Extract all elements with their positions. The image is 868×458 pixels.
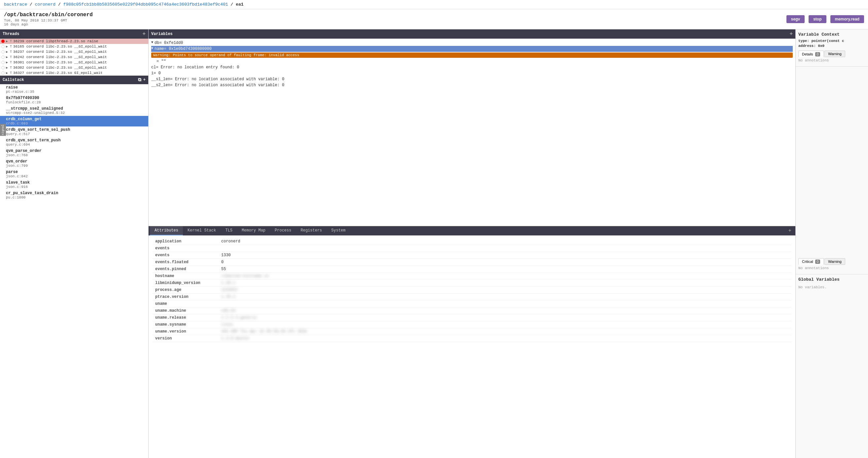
thread-row[interactable]: ▶ T 36239 coronerd libpthread-2.23.so ra… [0,39,148,44]
attr-key: ptrace.version [153,294,219,301]
breadcrumb-sep2: / [58,2,63,7]
thread-text: 36302 coronerd libc-2.23.so __GI_epoll_w… [13,66,107,70]
thread-indicator [1,40,5,43]
thread-row[interactable]: ▶ T 36242 coronerd libc-2.23.so __GI_epo… [0,55,148,60]
attr-value: 1.2.3.4-generic [219,314,792,321]
callstack-label: Callstack [3,78,24,82]
stack-fn-name: crdb_column_get [6,117,146,122]
breadcrumb-backtrace[interactable]: backtrace [4,2,27,7]
stack-item[interactable]: crdb_column_getcrdb.c:693 [0,116,148,126]
var-expand-icon[interactable]: ▼ [151,41,153,44]
stack-location: pt-raise.c:35 [6,90,146,94]
var-value: = 0x1e0bd74300800000 [164,47,212,51]
variable-context-section: Variable Context type: pointer(const c a… [796,29,868,67]
type-field: type: pointer(const c [798,39,865,43]
tab-memory-map[interactable]: Memory Map [237,226,270,236]
stack-fn-name: crdb_qvm_sort_term_push [6,138,146,143]
thread-row[interactable]: ▶ T 36302 coronerd libc-2.23.so __GI_epo… [0,65,148,70]
breadcrumb-sep1: / [30,2,35,7]
breadcrumb-current: ea1 [236,2,243,7]
no-annotations-1: No annotations [798,57,865,64]
stack-location: crdb.c:693 [6,122,146,125]
critical-tabs: Critical 0 Warning [798,258,865,265]
tab-add-button[interactable]: + [785,226,794,235]
context-tabs: Details 0 Warning [798,51,865,57]
tab-tls[interactable]: TLS [221,226,237,236]
variables-panel: Variables + ▼db = 0xfe1dd0▼name = 0x1e0b… [149,29,795,226]
stack-item[interactable]: __strcmpp_sse2_unalignedstrcmpp-sse2-una… [0,105,148,116]
critical-tab[interactable]: Critical 0 [798,258,824,265]
attr-value: 1330 [219,252,792,259]
stack-item[interactable]: qvm_parse_orderjson.c:768 [0,148,148,158]
stop-button[interactable]: stop [809,15,826,23]
thread-row[interactable]: ▶ T 36237 coronerd libc-2.23.so __GI_epo… [0,49,148,55]
global-variables-title: Global Variables [798,277,865,282]
callstack-add-button[interactable]: + [143,78,146,82]
warning-tab-2[interactable]: Warning [825,258,845,265]
stack-item[interactable]: crdb_qvm_sort_term_sel_pushquery.c:517 [0,126,148,137]
callstack-copy-button[interactable]: ⧉ [138,77,141,83]
thread-row[interactable]: ▶ T 36301 coronerd libc-2.23.so __GI_epo… [0,60,148,65]
segv-button[interactable]: segv [786,15,805,23]
var-expand-icon[interactable]: ▼ [151,47,153,50]
thread-arrow: ▶ T [6,60,12,64]
attr-row: events [153,245,792,252]
stack-location: strcmpp-sse2-unaligned.S:32 [6,111,146,115]
callstack-header: Callstack ⧉ + [0,75,148,84]
stack-item[interactable]: raisept-raise.c:35 [0,84,148,95]
breadcrumb-coronerd[interactable]: coronerd [35,2,56,7]
memory-read-button[interactable]: memory.read [830,15,864,23]
var-warning: Warning: Points to source operand of fau… [151,53,793,58]
stack-location: pu.c:1800 [6,195,146,200]
tab-kernel-stack[interactable]: Kernel Stack [183,226,221,236]
global-variables-section: Global Variables No variables. [796,274,868,458]
details-tab[interactable]: Details 0 [798,51,824,57]
thread-arrow: ▶ T [6,44,12,49]
thread-arrow: ▶ T [6,71,12,75]
stack-item[interactable]: crdb_qvm_sort_term_pushquery.c:694 [0,137,148,148]
stack-fn-name: parse [6,170,146,174]
stack-item[interactable]: cr_pu_slave_task_drainpu.c:1800 [0,190,148,201]
thread-text: 36301 coronerd libc-2.23.so __GI_epoll_w… [13,60,107,64]
stack-item[interactable]: parsejson.c:842 [0,169,148,179]
header-age: 16 days ago [4,23,28,26]
tab-registers[interactable]: Registers [296,226,327,236]
right-sidebar: Variable Context type: pointer(const c a… [795,29,868,458]
thread-text: 36239 coronerd libpthread-2.23.so raise [13,39,98,43]
attr-key: uname.sysname [153,321,219,328]
attr-row: uname.release1.2.3.4-generic [153,314,792,321]
var-value: = "" [156,59,166,64]
thread-row[interactable]: ▶ T 36327 coronerd libc-2.23.so GI_epoll… [0,70,148,75]
var-name: i [151,71,154,75]
no-annotations-2: No annotations [798,265,865,271]
attr-row: uname.machinex86_64 [153,307,792,314]
thread-indicator [1,45,5,48]
attributes-table: applicationcoronerdeventsevents1330event… [153,238,792,342]
tab-process[interactable]: Process [270,226,296,236]
warning-tab[interactable]: Warning [825,51,845,57]
callstack-list: signal raisept-raise.c:350x7fb97f490390f… [0,84,148,458]
attr-row: hostnameredacted.hostname.io [153,273,792,280]
stack-item[interactable]: 0x7fb97f490390funlockfile.c:28 [0,95,148,105]
stack-item[interactable]: slave_taskjson.c:916 [0,179,148,190]
thread-row[interactable]: ▶ T 36165 coronerd libc-2.23.so __GI_epo… [0,44,148,49]
attr-key: uname.version [153,328,219,335]
global-variables-text: No variables. [798,284,865,291]
variables-add-button[interactable]: + [789,31,793,37]
address-field: address: 0x0 [798,44,865,48]
tab-attributes[interactable]: Attributes [150,226,183,236]
var-value: = Error: no location entry found: 0 [156,65,239,70]
thread-indicator [1,66,5,69]
attr-key: events.floated [153,259,219,266]
tab-system[interactable]: System [327,226,350,236]
threads-add-button[interactable]: + [142,31,146,37]
thread-indicator [1,71,5,74]
thread-arrow: ▶ T [6,55,12,59]
attr-key: uname [153,301,219,307]
var-name: __s1_len [151,77,170,82]
attr-row: uname.version#65 SMP Thu Apr 18 09:50:30… [153,328,792,335]
stack-item[interactable]: qvm_orderjson.c:799 [0,158,148,169]
breadcrumb-hash[interactable]: f988c05fcb1bb8b5835605e0229f04dbb095c474… [63,2,228,7]
breadcrumb-sep3: / [231,2,236,7]
var-row: = "" [151,58,793,64]
